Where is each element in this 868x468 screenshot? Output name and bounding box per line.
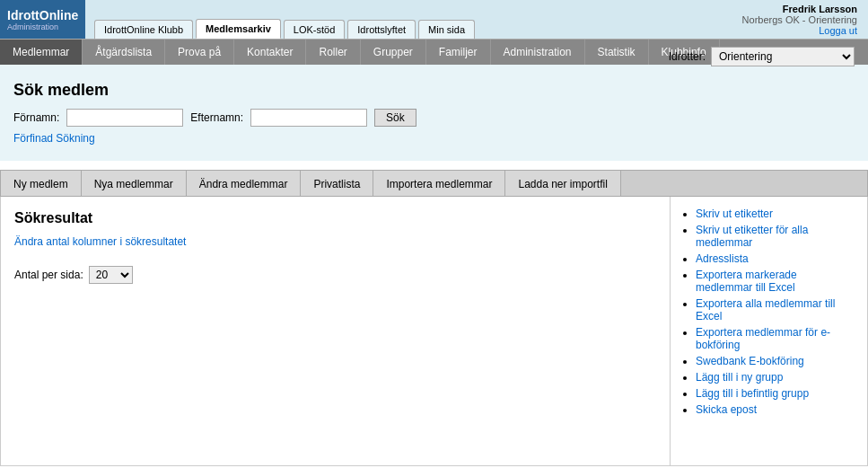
action-tab[interactable]: Privatlista <box>301 171 373 196</box>
logo-name: IdrottOnline <box>7 8 78 22</box>
search-results-title: Sökresultat <box>14 210 656 226</box>
nav-item-medlemmar[interactable]: Medlemmar <box>0 40 83 65</box>
action-tab[interactable]: Nya medlemmar <box>82 171 187 196</box>
fornamn-label: Förnamn: <box>13 111 59 124</box>
idrotter-label: Idrotter: <box>669 50 706 63</box>
nav-item-grupper[interactable]: Grupper <box>361 40 426 65</box>
right-links-list: Skriv ut etiketterSkriv ut etiketter för… <box>681 208 856 416</box>
search-section: Sök medlem Förnamn: Efternamn: Sök Förfi… <box>13 74 855 152</box>
right-link[interactable]: Adresslista <box>696 252 749 265</box>
left-panel: Sökresultat Ändra antal kolumner i sökre… <box>0 197 671 466</box>
efternamn-label: Efternamn: <box>190 111 243 124</box>
list-item: Adresslista <box>696 252 856 265</box>
nav-item-familjer[interactable]: Familjer <box>426 40 491 65</box>
search-form: Förnamn: Efternamn: Sök <box>13 109 855 127</box>
idrotter-select[interactable]: OrienteringFriidrottFotboll <box>711 47 855 66</box>
right-link[interactable]: Skicka epost <box>696 403 757 416</box>
per-page-select[interactable]: 102050100 <box>89 266 133 284</box>
refined-search-link[interactable]: Förfinad Sökning <box>13 132 95 145</box>
right-link[interactable]: Exportera medlemmar för e-bokföring <box>696 326 830 351</box>
right-link[interactable]: Lägg till i befintlig grupp <box>696 387 809 400</box>
right-link[interactable]: Exportera markerade medlemmar till Excel <box>696 269 797 294</box>
top-tab[interactable]: IdrottOnline Klubb <box>94 20 193 39</box>
action-tab[interactable]: Ny medlem <box>1 171 82 196</box>
logo-area: IdrottOnline Administration <box>0 0 85 39</box>
logo-sub: Administration <box>7 22 78 31</box>
logout-link[interactable]: Logga ut <box>742 25 857 36</box>
user-location: Norbergs OK - Orientering <box>742 14 857 25</box>
right-link[interactable]: Skriv ut etiketter för alla medlemmar <box>696 224 808 249</box>
content: Idrotter: OrienteringFriidrottFotboll Sö… <box>0 65 868 161</box>
right-link[interactable]: Lägg till i ny grupp <box>696 371 783 384</box>
nav-item-åtgärdslista[interactable]: Åtgärdslista <box>83 40 165 65</box>
search-title: Sök medlem <box>13 81 855 100</box>
list-item: Exportera markerade medlemmar till Excel <box>696 269 856 294</box>
action-tabs: Ny medlemNya medlemmarÄndra medlemmarPri… <box>0 170 868 197</box>
per-page-label: Antal per sida: <box>14 269 83 281</box>
top-tab[interactable]: Medlemsarkiv <box>196 19 281 39</box>
list-item: Exportera alla medlemmar till Excel <box>696 297 856 322</box>
nav-item-administration[interactable]: Administration <box>491 40 585 65</box>
username: Fredrik Larsson <box>742 4 857 14</box>
change-columns-link[interactable]: Ändra antal kolumner i sökresultatet <box>14 235 186 248</box>
nav-item-kontakter[interactable]: Kontakter <box>234 40 306 65</box>
action-tab[interactable]: Importera medlemmar <box>373 171 505 196</box>
action-tab[interactable]: Ändra medlemmar <box>187 171 302 196</box>
user-info: Fredrik Larsson Norbergs OK - Orienterin… <box>732 0 868 39</box>
main-split: Sökresultat Ändra antal kolumner i sökre… <box>0 197 868 466</box>
list-item: Swedbank E-bokföring <box>696 355 856 367</box>
list-item: Skriv ut etiketter <box>696 208 856 220</box>
list-item: Lägg till i ny grupp <box>696 371 856 384</box>
list-item: Exportera medlemmar för e-bokföring <box>696 326 856 351</box>
search-button[interactable]: Sök <box>374 109 416 127</box>
per-page-row: Antal per sida: 102050100 <box>14 266 656 284</box>
right-panel: Skriv ut etiketterSkriv ut etiketter för… <box>671 197 868 466</box>
fornamn-input[interactable] <box>66 109 183 127</box>
nav-item-roller[interactable]: Roller <box>306 40 360 65</box>
nav-item-prova-på[interactable]: Prova på <box>165 40 234 65</box>
right-link[interactable]: Skriv ut etiketter <box>696 208 773 220</box>
efternamn-input[interactable] <box>250 109 367 127</box>
right-link[interactable]: Exportera alla medlemmar till Excel <box>696 297 835 322</box>
list-item: Skicka epost <box>696 403 856 416</box>
top-tabs: IdrottOnline KlubbMedlemsarkivLOK-stödId… <box>85 0 732 39</box>
right-link[interactable]: Swedbank E-bokföring <box>696 355 804 367</box>
top-tab[interactable]: Min sida <box>418 20 475 39</box>
list-item: Lägg till i befintlig grupp <box>696 387 856 400</box>
top-bar: IdrottOnline Administration IdrottOnline… <box>0 0 868 40</box>
nav-item-statistik[interactable]: Statistik <box>585 40 649 65</box>
list-item: Skriv ut etiketter för alla medlemmar <box>696 224 856 249</box>
top-tab[interactable]: LOK-stöd <box>284 20 345 39</box>
top-tab[interactable]: Idrottslyftet <box>347 20 416 39</box>
action-tab[interactable]: Ladda ner importfil <box>505 171 620 196</box>
